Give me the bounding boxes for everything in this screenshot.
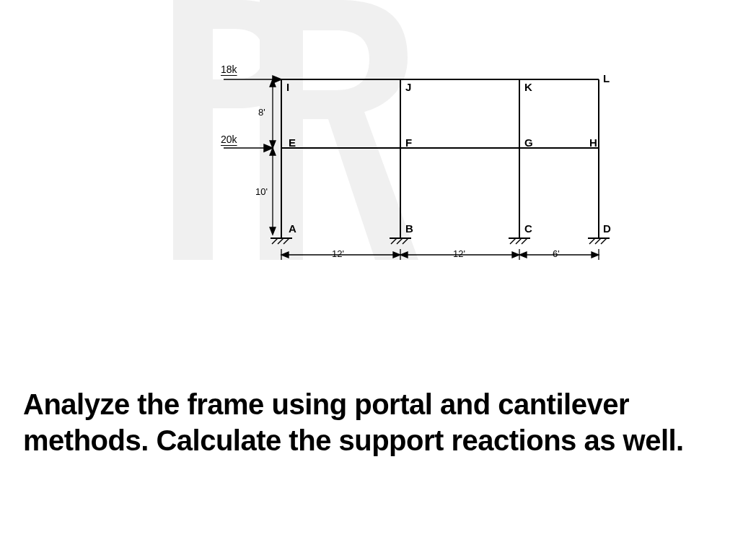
frame-diagram: 18k 20k 8' 10' 12' 12' 6' I J K L E F G …: [180, 22, 642, 296]
node-c-label: C: [524, 222, 532, 235]
load-mid-label: 20k: [221, 134, 237, 145]
question-text: Analyze the frame using portal and canti…: [23, 386, 734, 458]
svg-line-16: [516, 238, 522, 244]
svg-line-17: [522, 238, 527, 244]
svg-line-13: [403, 238, 408, 244]
svg-line-21: [601, 238, 607, 244]
svg-line-12: [397, 238, 403, 244]
width-span1-label: 12': [332, 248, 344, 259]
structure-svg: [180, 22, 642, 289]
svg-marker-35: [270, 227, 276, 235]
load-top-label: 18k: [221, 64, 237, 75]
svg-marker-48: [592, 252, 599, 258]
node-e-label: E: [289, 136, 296, 149]
node-f-label: F: [405, 136, 412, 149]
node-a-label: A: [289, 222, 296, 235]
svg-marker-41: [281, 252, 289, 258]
node-g-label: G: [524, 136, 533, 149]
node-b-label: B: [405, 222, 413, 235]
node-k-label: K: [524, 81, 532, 93]
svg-line-20: [595, 238, 601, 244]
svg-marker-47: [519, 252, 527, 258]
width-span3-label: 6': [553, 248, 560, 259]
node-d-label: D: [603, 222, 611, 235]
svg-line-8: [278, 238, 284, 244]
svg-line-9: [284, 238, 289, 244]
node-i-label: I: [286, 81, 289, 93]
svg-line-11: [391, 238, 397, 244]
node-l-label: L: [603, 72, 610, 84]
height-lower-label: 10': [255, 186, 268, 197]
svg-line-7: [272, 238, 278, 244]
svg-line-19: [589, 238, 595, 244]
width-span2-label: 12': [453, 248, 465, 259]
node-j-label: J: [405, 81, 411, 93]
height-upper-label: 8': [258, 107, 265, 118]
svg-line-15: [510, 238, 516, 244]
node-h-label: H: [589, 136, 597, 149]
svg-marker-44: [400, 252, 408, 258]
